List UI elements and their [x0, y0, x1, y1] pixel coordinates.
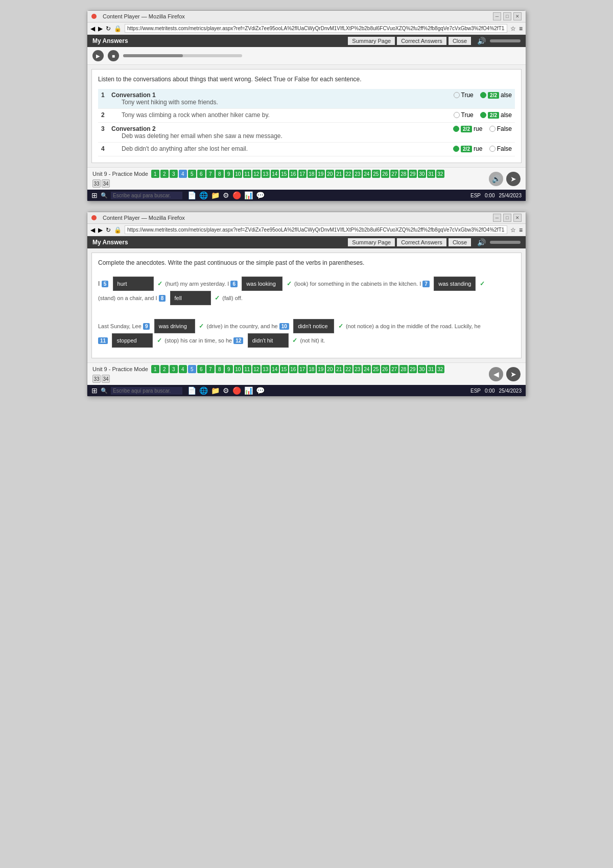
volume-slider-2[interactable]: [490, 241, 521, 244]
nav-num-2-29[interactable]: 29: [409, 365, 417, 373]
nav-num-22[interactable]: 22: [344, 170, 352, 178]
nav-num-6[interactable]: 6: [197, 170, 205, 178]
volume-slider-1[interactable]: [490, 39, 521, 42]
nav-num-2-27[interactable]: 27: [390, 365, 398, 373]
maximize-btn-2[interactable]: □: [503, 214, 511, 222]
minimize-btn-2[interactable]: ─: [493, 214, 501, 222]
nav-num-2-22[interactable]: 22: [344, 365, 352, 373]
nav-num-2-33[interactable]: 33: [92, 375, 101, 383]
refresh-icon-2[interactable]: ↻: [106, 226, 111, 234]
taskbar2-app-icon-1[interactable]: 📄: [187, 386, 196, 395]
taskbar2-app-icon-3[interactable]: 📁: [211, 386, 220, 395]
false-option-4[interactable]: False: [489, 145, 512, 152]
back-icon[interactable]: ◀: [90, 25, 95, 32]
nav-num-2-12[interactable]: 12: [252, 365, 261, 373]
taskbar-app-icon-1[interactable]: 📄: [187, 191, 196, 199]
taskbar-app-icon-5[interactable]: 🔴: [232, 191, 241, 199]
true-option-1[interactable]: True: [454, 92, 474, 99]
nav-num-28[interactable]: 28: [399, 170, 408, 178]
taskbar-search-1[interactable]: [111, 192, 182, 199]
taskbar-app-icon-2[interactable]: 🌐: [199, 191, 208, 199]
bookmark-icon-2[interactable]: ☆: [510, 226, 516, 234]
windows-icon-1[interactable]: ⊞: [91, 191, 98, 199]
taskbar2-app-icon-2[interactable]: 🌐: [199, 386, 208, 395]
correct-answers-btn-1[interactable]: Correct Answers: [397, 37, 446, 45]
forward-icon[interactable]: ▶: [98, 25, 103, 32]
nav-num-19[interactable]: 19: [317, 170, 325, 178]
windows-icon-2[interactable]: ⊞: [91, 386, 98, 395]
true-option-2[interactable]: True: [454, 111, 474, 119]
nav-num-32[interactable]: 32: [436, 170, 444, 178]
nav-num-33[interactable]: 33: [92, 179, 101, 188]
nav-num-25[interactable]: 25: [372, 170, 380, 178]
maximize-btn-1[interactable]: □: [503, 12, 511, 20]
nav-num-2-3[interactable]: 3: [170, 365, 178, 373]
taskbar-app-icon-6[interactable]: 📊: [244, 191, 253, 199]
close-btn-toolbar-1[interactable]: Close: [449, 37, 471, 45]
nav-num-2-4[interactable]: 4: [179, 365, 187, 373]
true-option-3[interactable]: 2/2 rue: [453, 125, 482, 132]
nav-num-34[interactable]: 34: [102, 179, 110, 188]
false-option-1[interactable]: 2/2 alse: [480, 92, 512, 99]
bookmark-icon[interactable]: ☆: [510, 25, 516, 32]
menu-icon-2[interactable]: ≡: [519, 226, 523, 234]
volume-icon-1[interactable]: 🔊: [477, 37, 486, 45]
nav-num-17[interactable]: 17: [298, 170, 306, 178]
nav-num-2-32[interactable]: 32: [436, 365, 444, 373]
nav-num-7[interactable]: 7: [206, 170, 215, 178]
nav-num-8[interactable]: 8: [216, 170, 224, 178]
nav-num-2-23[interactable]: 23: [353, 365, 362, 373]
next-arrow-2[interactable]: ➤: [506, 367, 521, 381]
nav-num-10[interactable]: 10: [234, 170, 242, 178]
close-btn-2[interactable]: ✕: [513, 214, 522, 222]
taskbar2-app-icon-4[interactable]: ⚙: [223, 386, 229, 395]
nav-num-30[interactable]: 30: [418, 170, 426, 178]
nav-num-9[interactable]: 9: [225, 170, 233, 178]
false-option-3[interactable]: False: [489, 125, 512, 132]
nav-num-2-11[interactable]: 11: [243, 365, 251, 373]
nav-num-11[interactable]: 11: [243, 170, 251, 178]
close-btn-1[interactable]: ✕: [513, 12, 522, 20]
nav-num-2-30[interactable]: 30: [418, 365, 426, 373]
speaker-icon-1[interactable]: 🔊: [489, 172, 503, 186]
refresh-icon[interactable]: ↻: [106, 25, 111, 32]
false-option-2[interactable]: 2/2 alse: [480, 111, 512, 119]
nav-num-2-19[interactable]: 19: [317, 365, 325, 373]
address-input-1[interactable]: [125, 24, 507, 33]
nav-num-3[interactable]: 3: [170, 170, 178, 178]
nav-num-2[interactable]: 2: [160, 170, 169, 178]
nav-num-15[interactable]: 15: [280, 170, 288, 178]
nav-num-2-18[interactable]: 18: [308, 365, 316, 373]
nav-num-2-8[interactable]: 8: [216, 365, 224, 373]
play-btn-1[interactable]: ▶: [92, 50, 104, 61]
taskbar2-app-icon-5[interactable]: 🔴: [232, 386, 241, 395]
close-btn-toolbar-2[interactable]: Close: [449, 238, 471, 246]
nav-num-2-2[interactable]: 2: [160, 365, 169, 373]
taskbar-app-icon-3[interactable]: 📁: [211, 191, 220, 199]
nav-num-2-16[interactable]: 16: [289, 365, 297, 373]
minimize-btn-1[interactable]: ─: [493, 12, 501, 20]
nav-num-2-5[interactable]: 5: [188, 365, 196, 373]
nav-num-2-7[interactable]: 7: [206, 365, 215, 373]
forward-icon-2[interactable]: ▶: [98, 226, 103, 234]
nav-num-5[interactable]: 5: [188, 170, 196, 178]
nav-num-2-34[interactable]: 34: [102, 375, 110, 383]
nav-num-2-28[interactable]: 28: [399, 365, 408, 373]
nav-num-24[interactable]: 24: [363, 170, 371, 178]
nav-num-2-20[interactable]: 20: [326, 365, 334, 373]
summary-page-btn-1[interactable]: Summary Page: [348, 37, 395, 45]
summary-page-btn-2[interactable]: Summary Page: [348, 238, 395, 246]
nav-num-2-25[interactable]: 25: [372, 365, 380, 373]
nav-num-18[interactable]: 18: [308, 170, 316, 178]
window-close-dot-2[interactable]: [91, 215, 97, 220]
nav-num-14[interactable]: 14: [271, 170, 279, 178]
nav-num-12[interactable]: 12: [252, 170, 261, 178]
menu-icon[interactable]: ≡: [519, 25, 523, 32]
nav-num-21[interactable]: 21: [335, 170, 343, 178]
nav-num-2-17[interactable]: 17: [298, 365, 306, 373]
nav-num-20[interactable]: 20: [326, 170, 334, 178]
progress-bar-1[interactable]: [123, 54, 242, 57]
taskbar-search-2[interactable]: [111, 387, 182, 395]
nav-num-2-6[interactable]: 6: [197, 365, 205, 373]
taskbar-app-icon-7[interactable]: 💬: [256, 191, 265, 199]
